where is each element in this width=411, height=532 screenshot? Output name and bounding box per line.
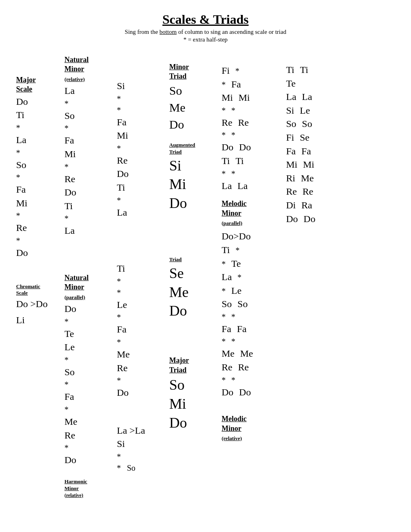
chr-ti: Ti (286, 63, 294, 77)
note-la: La (16, 133, 26, 147)
chromatic-scale-header: ChromaticScale (16, 283, 40, 297)
triad-do: Do (169, 301, 187, 320)
c5-star6: * (222, 168, 226, 179)
maj-do: Do (169, 414, 187, 432)
c5-mi2: Mi (239, 91, 250, 105)
nmp-re: Re (64, 429, 75, 443)
note-re: Re (16, 221, 27, 235)
nmp-do: Do (64, 302, 76, 316)
hmpar-le: Le (117, 298, 127, 312)
triad-header: Triad (169, 256, 182, 263)
chr-te: Te (286, 77, 296, 91)
page-title: Scales & Triads (16, 12, 395, 27)
chr-mi1: Mi (286, 158, 297, 172)
star3: * (16, 172, 20, 183)
hmp2-si: Si (117, 79, 125, 93)
mmp-so2: So (237, 297, 247, 311)
mmp-do4: Do (239, 386, 251, 399)
major-scale-header: MajorScale (16, 75, 36, 94)
major-scale-col: MajorScale Do Ti * La * So * Fa Mi * Re … (16, 51, 64, 500)
mmp-re1: Re (222, 361, 232, 374)
mmp-do-gt-do: Do>Do (222, 230, 251, 243)
hmp2-ti: Ti (117, 181, 125, 195)
hmpar-re: Re (117, 362, 128, 375)
maj-so: So (169, 376, 185, 395)
c5-do1: Do (222, 141, 233, 154)
hmpar-do: Do (117, 386, 129, 400)
mmp-ti: Ti (222, 243, 230, 257)
hmrel-so: * So (117, 462, 135, 474)
nmp-star5: * (64, 442, 68, 453)
col4-main: MinorTriad So Me Do AugmentedTriad Si Mi… (169, 51, 222, 500)
mmp-fa2: Fa (237, 322, 247, 336)
hmrel-si: Si (117, 437, 125, 451)
star2: * (16, 147, 20, 158)
hmpar-star2: * (117, 287, 121, 298)
melodic-minor-parallel-header: MelodicMinor(parallel) (222, 199, 247, 227)
hmpar-star4: * (117, 337, 121, 348)
nm-ti: Ti (64, 200, 73, 213)
note-ti: Ti (16, 108, 24, 122)
hmpar-star5: * (117, 375, 121, 386)
hmp2-re: Re (117, 154, 128, 168)
c5-star5: * (231, 129, 235, 141)
hmp2-star1: * (117, 93, 121, 104)
note-do2: Do (16, 246, 28, 260)
maj-mi: Mi (169, 395, 186, 414)
chr-re1: Re (286, 185, 297, 199)
chr-ri: Ri (286, 172, 295, 185)
hmp2-star3: * (117, 143, 121, 154)
star1: * (16, 122, 20, 133)
mmp-me2: Me (240, 347, 253, 361)
mmp-le: Le (231, 284, 241, 298)
chr-la2: La (302, 90, 312, 104)
nmp-te: Te (64, 327, 74, 341)
aug-do: Do (169, 194, 187, 213)
harmonic-minor-parallel-col: Si * * Fa Mi * Re Do Ti * La Ti * * Le *… (117, 51, 169, 500)
hmpar-ti: Ti (117, 262, 125, 276)
mmp-star10: * (231, 374, 235, 386)
nmp-so: So (64, 366, 75, 379)
c5-star-fi: * (235, 65, 239, 77)
mt-so: So (169, 82, 182, 99)
triad-se: Se (169, 264, 184, 283)
c5-do2: Do (239, 141, 251, 154)
aug-si: Si (169, 156, 181, 175)
nmp-star3: * (64, 379, 68, 390)
nm-re: Re (64, 172, 75, 186)
nmp-star2: * (64, 354, 68, 366)
nm-star3: * (64, 161, 68, 172)
mmp-la: La (222, 270, 232, 284)
mmp-star2: * (222, 258, 226, 270)
mt-do: Do (169, 116, 184, 133)
natural-minor-col: NaturalMinor(relative) La * So * Fa Mi *… (64, 51, 117, 500)
nmp-do2: Do (64, 453, 76, 467)
chr-so1: So (286, 117, 296, 131)
nm-la2: La (64, 224, 75, 238)
mmp-star8: * (231, 336, 235, 347)
c5-re1: Re (222, 116, 232, 130)
harmonic-minor-relative-header: HarmonicMinor(relative) (64, 478, 87, 499)
chr-fa2: Fa (301, 145, 311, 158)
chr-le: Le (300, 104, 310, 118)
nm-so: So (64, 109, 75, 123)
nm-star2: * (64, 123, 68, 134)
mt-me: Me (169, 99, 185, 116)
chr-di: Di (286, 199, 296, 212)
natural-minor-parallel-header: NaturalMinor(parallel) (64, 273, 89, 301)
c5-ti2: Ti (235, 154, 243, 168)
chr-mi2: Mi (303, 158, 314, 172)
natural-minor-header: NaturalMinor(relative) (64, 55, 89, 83)
c5-la2: La (237, 179, 247, 193)
triad-me: Me (169, 283, 189, 302)
c5-star4: * (222, 129, 226, 141)
mmp-te: Te (231, 257, 241, 271)
subtitle: Sing from the bottom of column to sing a… (16, 29, 395, 35)
mmp-star9: * (222, 374, 226, 386)
hmrel-la-gt-la: La >La (117, 424, 145, 438)
mmp-star5: * (222, 311, 226, 322)
hmp2-do: Do (117, 167, 129, 181)
hmp2-star4: * (117, 195, 121, 206)
nm-do: Do (64, 186, 76, 200)
minor-triad-header: MinorTriad (169, 62, 189, 81)
